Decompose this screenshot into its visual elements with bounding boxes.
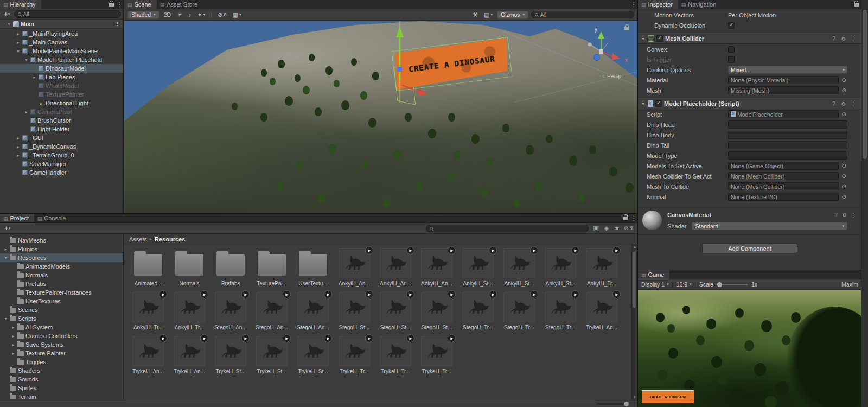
presets-icon[interactable]: ⚙ bbox=[840, 36, 847, 42]
component-menu-icon[interactable]: ⋮ bbox=[850, 101, 857, 107]
play-badge-icon[interactable] bbox=[530, 246, 538, 255]
play-badge-icon[interactable] bbox=[448, 334, 456, 342]
asset-item[interactable]: StegoH_St... bbox=[335, 292, 374, 330]
asset-thumbnail[interactable] bbox=[380, 248, 411, 278]
asset-thumbnail[interactable] bbox=[297, 336, 329, 366]
asset-item[interactable]: Prefabs bbox=[211, 248, 250, 287]
asset-thumbnail[interactable] bbox=[215, 336, 246, 366]
help-icon[interactable]: ? bbox=[832, 212, 840, 218]
slider-knob[interactable] bbox=[717, 282, 722, 287]
play-badge-icon[interactable] bbox=[241, 290, 250, 298]
property-field[interactable]: None (Game Object) ▾ bbox=[728, 162, 839, 170]
panel-menu-icon[interactable]: ⋮ bbox=[116, 0, 123, 9]
asset-thumbnail[interactable] bbox=[174, 248, 205, 278]
project-search-input[interactable] bbox=[426, 225, 589, 232]
presets-icon[interactable]: ⚙ bbox=[841, 212, 848, 218]
project-folder-item[interactable]: Camera Controllers bbox=[0, 332, 123, 340]
fold-arrow-icon[interactable] bbox=[16, 144, 21, 149]
asset-item[interactable]: UserTextu... bbox=[293, 248, 333, 287]
fold-arrow-icon[interactable] bbox=[3, 256, 8, 260]
hierarchy-item[interactable]: SaveManager bbox=[0, 160, 123, 168]
property-field[interactable]: None (Mesh Collider) ▾ bbox=[728, 182, 839, 190]
camera-dropdown[interactable]: ▤ ▾ bbox=[482, 11, 494, 19]
create-button[interactable]: + ▾ bbox=[2, 10, 12, 18]
asset-thumbnail[interactable] bbox=[215, 248, 246, 278]
asset-thumbnail[interactable] bbox=[297, 248, 329, 278]
play-badge-icon[interactable] bbox=[365, 246, 373, 255]
perspective-toggle[interactable]: < Persp bbox=[602, 73, 621, 79]
object-picker-icon[interactable] bbox=[840, 77, 847, 83]
grid-dropdown[interactable]: ▦ ▾ bbox=[231, 11, 243, 19]
display-dropdown[interactable]: Display 1 ▾ bbox=[641, 281, 673, 288]
property-field[interactable]: None (Texture 2D) ▾ bbox=[728, 193, 839, 201]
asset-thumbnail[interactable] bbox=[380, 336, 411, 366]
hierarchy-item[interactable]: WhaleModel bbox=[0, 81, 123, 90]
play-badge-icon[interactable] bbox=[324, 334, 332, 342]
asset-item[interactable]: AnkylH_Tr... bbox=[582, 248, 621, 287]
asset-item[interactable]: AnkylH_St... bbox=[500, 248, 539, 287]
project-folder-item[interactable]: Terrain bbox=[0, 392, 123, 400]
panel-tab[interactable]: Inspector bbox=[638, 0, 678, 9]
play-badge-icon[interactable] bbox=[571, 290, 579, 298]
game-viewport[interactable]: CREATE A DINOSAUR bbox=[638, 290, 861, 407]
project-folder-item[interactable]: UserTextures bbox=[0, 297, 123, 306]
play-badge-icon[interactable] bbox=[365, 334, 373, 342]
asset-thumbnail[interactable] bbox=[503, 292, 535, 322]
fold-arrow-icon[interactable] bbox=[24, 58, 29, 62]
asset-thumbnail[interactable] bbox=[256, 292, 288, 322]
project-folder-item[interactable]: Shaders bbox=[0, 366, 123, 375]
project-folder-item[interactable]: Sprites bbox=[0, 384, 123, 392]
asset-item[interactable]: TrykeH_An... bbox=[170, 336, 209, 374]
asset-item[interactable]: AnkylH_St... bbox=[541, 248, 580, 287]
asset-thumbnail[interactable] bbox=[132, 248, 164, 278]
asset-thumbnail[interactable] bbox=[586, 248, 617, 278]
asset-thumbnail[interactable] bbox=[174, 336, 205, 366]
project-folder-item[interactable]: NavMeshs bbox=[0, 236, 123, 245]
property-checkbox[interactable] bbox=[728, 46, 735, 53]
favorites-icon[interactable]: ★ bbox=[613, 225, 621, 232]
scene-search-input[interactable]: All bbox=[531, 11, 634, 18]
play-badge-icon[interactable] bbox=[571, 246, 579, 255]
hierarchy-item[interactable]: _Main Canvas bbox=[0, 38, 123, 47]
create-button[interactable]: + ▾ bbox=[3, 225, 12, 232]
property-field[interactable]: ▾ bbox=[728, 131, 847, 139]
add-component-button[interactable]: Add Component bbox=[702, 243, 797, 253]
play-badge-icon[interactable] bbox=[406, 246, 414, 255]
fold-arrow-icon[interactable] bbox=[3, 247, 8, 252]
hierarchy-item[interactable]: Directional Light bbox=[0, 99, 123, 107]
project-folder-item[interactable]: Resources bbox=[0, 253, 123, 262]
object-picker-icon[interactable] bbox=[840, 173, 847, 179]
hierarchy-item[interactable]: GameHandler bbox=[0, 168, 123, 177]
project-folder-item[interactable]: Sounds bbox=[0, 375, 123, 384]
2d-toggle-button[interactable]: 2D bbox=[162, 11, 173, 19]
asset-thumbnail[interactable] bbox=[132, 336, 164, 366]
inspector-scrollbar[interactable] bbox=[861, 0, 868, 407]
asset-thumbnail[interactable] bbox=[256, 336, 288, 366]
project-folder-item[interactable]: AI System bbox=[0, 323, 123, 332]
asset-thumbnail[interactable] bbox=[132, 292, 164, 322]
asset-item[interactable]: StegoH_An... bbox=[293, 292, 333, 330]
panel-menu-icon[interactable]: ⋮ bbox=[630, 0, 637, 9]
project-folder-item[interactable]: Normals bbox=[0, 271, 123, 279]
play-badge-icon[interactable] bbox=[200, 334, 208, 342]
asset-thumbnail[interactable] bbox=[586, 292, 617, 322]
asset-item[interactable]: StegoH_Tr... bbox=[541, 292, 580, 330]
fold-arrow-icon[interactable]: ▾ bbox=[641, 101, 646, 106]
presets-icon[interactable]: ⚙ bbox=[840, 101, 847, 107]
scene-menu-icon[interactable]: ⋮ bbox=[113, 21, 121, 28]
project-folder-item[interactable]: AnimatedModels bbox=[0, 262, 123, 271]
hidden-objects-toggle[interactable]: ⊘ 0 bbox=[216, 11, 228, 19]
panel-menu-icon[interactable]: ⋮ bbox=[630, 214, 637, 222]
hierarchy-item[interactable]: _TerrainGroup_0 bbox=[0, 151, 123, 160]
project-folder-item[interactable]: Save Systems bbox=[0, 340, 123, 349]
asset-thumbnail[interactable] bbox=[421, 292, 452, 322]
lock-icon[interactable] bbox=[109, 3, 114, 7]
panel-tab[interactable]: Navigation bbox=[678, 0, 722, 9]
fold-arrow-icon[interactable] bbox=[16, 49, 21, 54]
asset-thumbnail[interactable] bbox=[545, 292, 576, 322]
tab-hierarchy[interactable]: Hierarchy bbox=[0, 0, 41, 9]
fold-arrow-icon[interactable] bbox=[16, 136, 21, 141]
asset-item[interactable]: TrykeH_St... bbox=[293, 336, 333, 374]
dynamic-occlusion-checkbox[interactable] bbox=[728, 22, 735, 29]
component-enabled-checkbox[interactable] bbox=[655, 100, 662, 107]
